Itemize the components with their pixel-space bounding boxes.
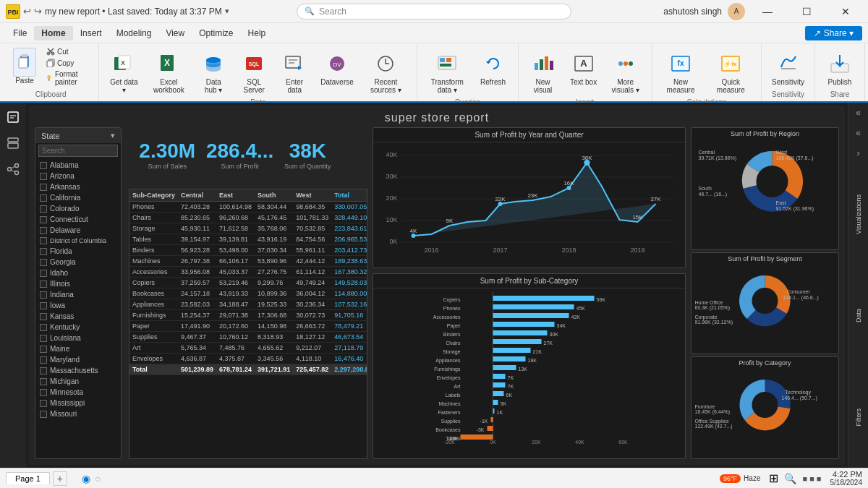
filter-item-idaho[interactable]: Idaho [37, 267, 119, 278]
nav-model-icon[interactable] [4, 160, 22, 178]
checkbox-alabama[interactable] [40, 162, 47, 169]
checkbox-dc[interactable] [40, 237, 47, 244]
filter-item-georgia[interactable]: Georgia [37, 257, 119, 267]
checkbox-michigan[interactable] [40, 378, 47, 385]
checkbox-arizona[interactable] [40, 173, 47, 180]
filter-item-illinois[interactable]: Illinois [37, 278, 119, 289]
expand-collapse-btn[interactable]: « [848, 123, 868, 143]
copy-button[interactable]: Copy [43, 58, 93, 68]
filter-item-delaware[interactable]: Delaware [37, 225, 119, 236]
filter-item-california[interactable]: California [37, 192, 119, 203]
more-visuals-button[interactable]: More visuals ▾ [605, 46, 646, 97]
checkbox-iowa[interactable] [40, 302, 47, 309]
transform-data-button[interactable]: Transform data ▾ [423, 46, 472, 97]
taskbar-search-icon[interactable]: 🔍 [784, 473, 796, 484]
filter-item-mississippi[interactable]: Mississippi [37, 398, 119, 408]
expand-collapse-top[interactable]: « [848, 103, 868, 123]
filter-item-indiana[interactable]: Indiana [37, 289, 119, 300]
checkbox-indiana[interactable] [40, 291, 47, 299]
checkbox-minnesota[interactable] [40, 389, 47, 396]
filter-item-arkansas[interactable]: Arkansas [37, 181, 119, 192]
filter-item-florida[interactable]: Florida [37, 246, 119, 257]
data-hub-button[interactable]: Data hub ▾ [195, 46, 232, 97]
new-measure-button[interactable]: fx New measure [658, 46, 704, 97]
recent-sources-button[interactable]: Recent sources ▾ [361, 46, 411, 97]
add-page-button[interactable]: + [53, 471, 67, 486]
checkbox-missouri[interactable] [40, 411, 47, 418]
visualizations-label-container[interactable]: Visualizations [848, 163, 868, 265]
filters-label-container[interactable]: Filters [848, 367, 868, 468]
menu-help[interactable]: Help [241, 26, 273, 40]
filter-item-arizona[interactable]: Arizona [37, 171, 119, 181]
checkbox-mississippi[interactable] [40, 400, 47, 407]
dataverse-button[interactable]: DV Dataverse [316, 46, 358, 89]
filter-item-massachusetts[interactable]: Massachusetts [37, 365, 119, 376]
filter-item-alabama[interactable]: Alabama [37, 160, 119, 171]
page-1-tab[interactable]: Page 1 [6, 472, 50, 484]
enter-data-button[interactable]: Enter data [276, 46, 313, 97]
title-dropdown[interactable]: ▾ [225, 7, 229, 16]
table-cell: 24,157.18 [178, 288, 216, 299]
sensitivity-button[interactable]: Sensitivity [767, 46, 809, 89]
checkbox-delaware[interactable] [40, 227, 47, 234]
redo-btn[interactable]: ↪ [34, 6, 42, 17]
checkbox-colorado[interactable] [40, 205, 47, 213]
data-table[interactable]: Sub-Category Central East South West Tot… [129, 189, 367, 459]
share-button[interactable]: ↗ Share ▾ [805, 26, 862, 40]
checkbox-massachusetts[interactable] [40, 367, 47, 374]
checkbox-louisiana[interactable] [40, 335, 47, 342]
text-box-button[interactable]: A Text box [565, 46, 603, 89]
minimize-button[interactable]: — [751, 0, 784, 23]
filter-item-kansas[interactable]: Kansas [37, 311, 119, 322]
data-label-container[interactable]: Data [848, 265, 868, 366]
filter-item-kentucky[interactable]: Kentucky [37, 322, 119, 333]
checkbox-kentucky[interactable] [40, 324, 47, 331]
menu-modeling[interactable]: Modeling [109, 26, 159, 40]
undo-btn[interactable]: ↩ [23, 6, 31, 17]
checkbox-idaho[interactable] [40, 270, 47, 277]
filter-dropdown-icon[interactable]: ▾ [111, 131, 115, 140]
publish-button[interactable]: Publish [821, 46, 859, 89]
menu-file[interactable]: File [6, 26, 34, 40]
checkbox-kansas[interactable] [40, 313, 47, 320]
filter-item-maryland[interactable]: Maryland [37, 354, 119, 365]
filter-item-iowa[interactable]: Iowa [37, 300, 119, 311]
new-visual-button[interactable]: New visual [524, 46, 562, 97]
cut-button[interactable]: Cut [43, 46, 93, 56]
maximize-button[interactable]: ☐ [790, 0, 823, 23]
refresh-button[interactable]: Refresh [475, 46, 512, 89]
menu-view[interactable]: View [158, 26, 192, 40]
filter-item-minnesota[interactable]: Minnesota [37, 387, 119, 398]
filter-chevron[interactable]: › [848, 143, 868, 163]
checkbox-florida[interactable] [40, 248, 47, 255]
filter-search-input[interactable] [38, 145, 118, 157]
checkbox-maryland[interactable] [40, 356, 47, 364]
filter-item-maine[interactable]: Maine [37, 343, 119, 354]
checkbox-maine[interactable] [40, 346, 47, 353]
filter-item-louisiana[interactable]: Louisiana [37, 333, 119, 343]
filter-item-connecticut[interactable]: Connecticut [37, 214, 119, 225]
nav-report-icon[interactable] [4, 108, 22, 126]
sql-server-button[interactable]: SQL SQL Server [235, 46, 273, 97]
checkbox-georgia[interactable] [40, 259, 47, 266]
menu-home[interactable]: Home [34, 26, 72, 40]
quick-measure-button[interactable]: ⚡fx Quick measure [707, 46, 755, 97]
checkbox-california[interactable] [40, 194, 47, 202]
search-box[interactable]: 🔍 Search [297, 4, 571, 20]
nav-data-icon[interactable] [4, 134, 22, 152]
filter-item-colorado[interactable]: Colorado [37, 203, 119, 214]
close-button[interactable]: ✕ [829, 0, 862, 23]
filter-item-missouri[interactable]: Missouri [37, 408, 119, 419]
menu-insert[interactable]: Insert [73, 26, 109, 40]
filter-item-dc[interactable]: District of Columbia [37, 236, 119, 246]
format-painter-button[interactable]: Format painter [43, 69, 93, 87]
get-data-button[interactable]: X Get data ▾ [105, 46, 142, 97]
windows-icon[interactable]: ⊞ [769, 471, 778, 485]
checkbox-arkansas[interactable] [40, 184, 47, 191]
excel-button[interactable]: X Excel workbook [145, 46, 192, 97]
paste-button[interactable]: Paste [9, 46, 41, 86]
menu-optimize[interactable]: Optimize [192, 26, 240, 40]
filter-item-michigan[interactable]: Michigan [37, 376, 119, 387]
checkbox-illinois[interactable] [40, 281, 47, 288]
checkbox-connecticut[interactable] [40, 216, 47, 223]
